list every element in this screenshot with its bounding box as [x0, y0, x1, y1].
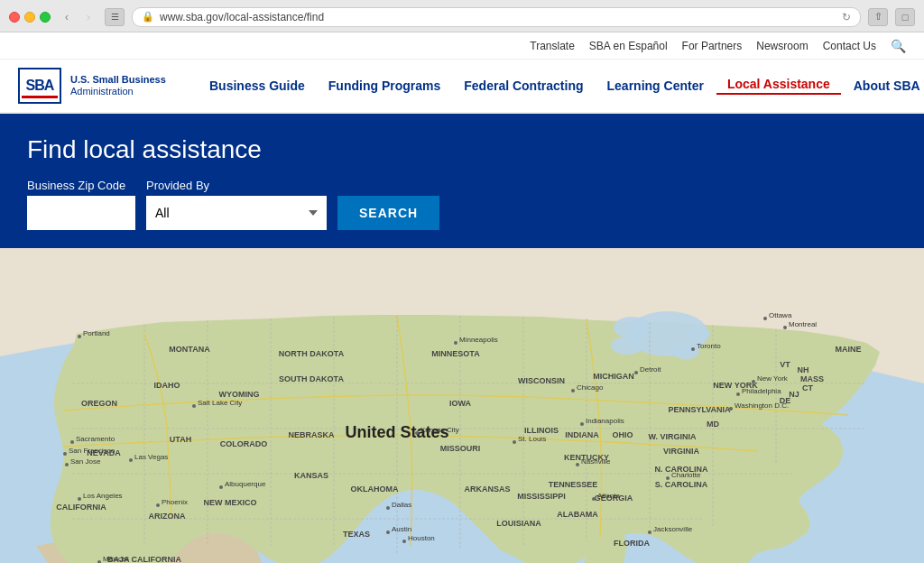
- maximize-button[interactable]: [40, 12, 51, 23]
- nav-local-assistance[interactable]: Local Assistance: [716, 77, 841, 95]
- svg-point-5: [688, 328, 710, 340]
- svg-text:Salt Lake City: Salt Lake City: [198, 399, 242, 407]
- svg-text:Kansas City: Kansas City: [420, 426, 459, 434]
- search-button[interactable]: SEARCH: [337, 196, 439, 230]
- svg-text:ARKANSAS: ARKANSAS: [464, 485, 510, 494]
- svg-text:VT: VT: [780, 360, 790, 369]
- svg-text:Toronto: Toronto: [697, 342, 721, 350]
- svg-text:Portland: Portland: [83, 329, 110, 337]
- svg-text:Montreal: Montreal: [789, 320, 817, 328]
- svg-text:IOWA: IOWA: [449, 399, 471, 408]
- svg-point-3: [672, 345, 699, 359]
- svg-point-123: [763, 317, 767, 320]
- svg-text:Los Angeles: Los Angeles: [83, 492, 123, 500]
- forward-button[interactable]: ›: [79, 8, 97, 26]
- svg-text:MINNESOTA: MINNESOTA: [431, 349, 480, 358]
- new-tab-button[interactable]: □: [895, 8, 915, 26]
- svg-point-85: [156, 503, 160, 507]
- svg-text:NEW MEXICO: NEW MEXICO: [203, 498, 256, 507]
- svg-text:MISSISSIPPI: MISSISSIPPI: [517, 492, 566, 501]
- logo-subtitle: Administration: [70, 86, 166, 97]
- zip-code-label: Business Zip Code: [27, 179, 135, 192]
- svg-point-115: [752, 380, 755, 383]
- svg-text:MONTANA: MONTANA: [169, 345, 210, 354]
- zip-code-group: Business Zip Code: [27, 179, 135, 230]
- svg-text:Las Vegas: Las Vegas: [134, 453, 168, 461]
- sba-espanol-link[interactable]: SBA en Español: [582, 40, 675, 52]
- svg-text:NEBRASKA: NEBRASKA: [288, 430, 335, 439]
- close-button[interactable]: [9, 12, 20, 23]
- main-header: SBA U.S. Small Business Administration B…: [0, 60, 924, 114]
- browser-chrome: ‹ › ☰ 🔒 www.sba.gov/local-assistance/fin…: [0, 0, 924, 32]
- svg-point-101: [386, 531, 390, 534]
- svg-text:Atlanta: Atlanta: [597, 492, 620, 500]
- logo-text-area: U.S. Small Business Administration: [70, 74, 166, 97]
- svg-point-81: [192, 404, 196, 408]
- svg-text:Nashville: Nashville: [581, 457, 611, 466]
- svg-text:OHIO: OHIO: [612, 430, 633, 439]
- address-bar[interactable]: 🔒 www.sba.gov/local-assistance/find ↻: [132, 7, 861, 27]
- main-navigation: Business Guide Funding Programs Federal …: [199, 77, 924, 95]
- nav-funding-programs[interactable]: Funding Programs: [318, 78, 451, 93]
- svg-point-75: [63, 452, 67, 456]
- svg-text:IDAHO: IDAHO: [154, 381, 180, 390]
- svg-point-119: [648, 531, 651, 534]
- svg-text:NH: NH: [798, 365, 809, 374]
- svg-text:Austin: Austin: [392, 525, 411, 533]
- svg-text:Detroit: Detroit: [640, 365, 661, 374]
- logo-area: SBA U.S. Small Business Administration: [18, 68, 199, 104]
- back-button[interactable]: ‹: [58, 8, 76, 26]
- url-text: www.sba.gov/local-assistance/find: [160, 11, 324, 23]
- svg-text:SOUTH DAKOTA: SOUTH DAKOTA: [279, 374, 344, 383]
- svg-text:MASS: MASS: [800, 374, 824, 383]
- svg-text:St. Louis: St. Louis: [518, 435, 546, 443]
- svg-text:Phoenix: Phoenix: [162, 498, 188, 506]
- svg-text:MD: MD: [707, 420, 719, 429]
- svg-point-105: [580, 422, 584, 426]
- share-button[interactable]: ⇧: [868, 8, 888, 26]
- newsroom-link[interactable]: Newsroom: [749, 40, 815, 52]
- svg-point-77: [65, 463, 69, 466]
- contact-us-link[interactable]: Contact Us: [816, 40, 883, 52]
- nav-federal-contracting[interactable]: Federal Contracting: [453, 78, 594, 93]
- svg-text:Houston: Houston: [408, 534, 435, 542]
- svg-text:WYOMING: WYOMING: [219, 390, 260, 399]
- zip-code-input[interactable]: [27, 196, 135, 230]
- hero-section: Find local assistance Business Zip Code …: [0, 114, 924, 248]
- svg-point-99: [402, 540, 406, 543]
- minimize-button[interactable]: [24, 12, 35, 23]
- svg-text:ARIZONA: ARIZONA: [149, 512, 186, 521]
- svg-text:Charlotte: Charlotte: [671, 471, 701, 479]
- svg-point-91: [454, 341, 457, 345]
- sidebar-toggle[interactable]: ☰: [105, 8, 125, 26]
- provided-by-select[interactable]: All SBA District Office SCORE Women's Bu…: [146, 196, 327, 230]
- svg-text:TENNESSEE: TENNESSEE: [549, 480, 598, 489]
- svg-point-79: [78, 497, 81, 501]
- nav-business-guide[interactable]: Business Guide: [199, 78, 316, 93]
- svg-text:Jacksonville: Jacksonville: [653, 525, 693, 533]
- translate-link[interactable]: Translate: [522, 40, 582, 52]
- svg-text:TEXAS: TEXAS: [343, 530, 370, 539]
- logo-title: U.S. Small Business: [70, 74, 166, 86]
- svg-point-73: [70, 440, 74, 444]
- logo-link[interactable]: SBA: [18, 68, 61, 104]
- svg-text:WISCONSIN: WISCONSIN: [518, 376, 565, 385]
- svg-text:OKLAHOMA: OKLAHOMA: [351, 485, 399, 494]
- for-partners-link[interactable]: For Partners: [675, 40, 750, 52]
- nav-learning-center[interactable]: Learning Center: [596, 78, 715, 93]
- hero-title: Find local assistance: [27, 135, 897, 164]
- svg-point-111: [691, 347, 695, 351]
- svg-point-125: [634, 371, 638, 374]
- nav-about-sba[interactable]: About SBA: [843, 78, 924, 93]
- svg-text:Minneapolis: Minneapolis: [459, 336, 498, 344]
- svg-text:San Jose: San Jose: [70, 457, 101, 466]
- refresh-icon[interactable]: ↻: [842, 11, 851, 23]
- svg-text:NORTH DAKOTA: NORTH DAKOTA: [279, 349, 345, 358]
- svg-point-95: [513, 440, 516, 444]
- svg-point-117: [729, 407, 733, 411]
- svg-text:OREGON: OREGON: [81, 399, 117, 408]
- svg-text:KANSAS: KANSAS: [294, 471, 328, 480]
- browser-nav-arrows: ‹ ›: [58, 8, 97, 26]
- svg-point-4: [611, 337, 643, 355]
- utility-search-button[interactable]: 🔍: [883, 39, 906, 53]
